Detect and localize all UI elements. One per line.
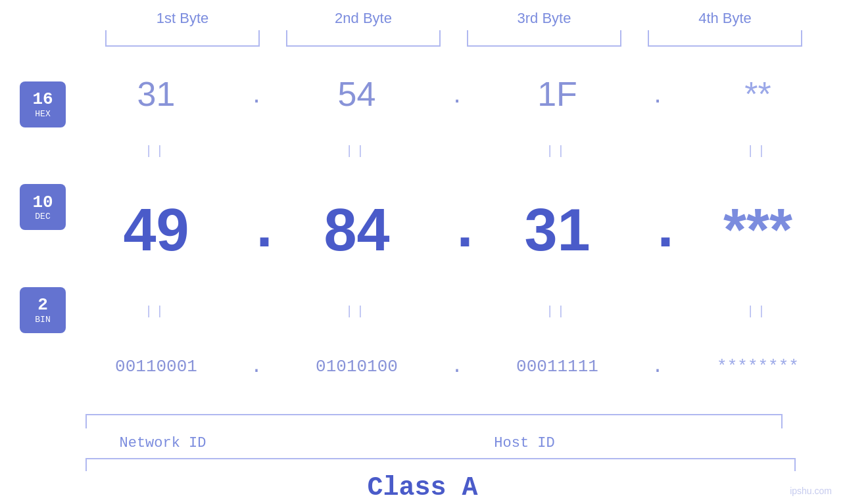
sep1: || xyxy=(66,143,247,157)
bin-byte2-cell: 01010100 xyxy=(266,357,447,377)
hex-byte1-cell: 31 xyxy=(66,74,247,114)
hex-byte4-value: ** xyxy=(744,74,771,114)
dec-byte1-cell: 49 xyxy=(66,196,247,264)
bracket-byte4 xyxy=(635,30,815,47)
bin-row: 00110001 . 01010100 . 00011111 . xyxy=(66,319,845,414)
dec-byte1-value: 49 xyxy=(123,196,189,264)
byte3-header: 3rd Byte xyxy=(454,10,635,27)
host-id-label: Host ID xyxy=(253,435,796,451)
bin-byte3-cell: 00011111 xyxy=(467,357,648,377)
sep4: || xyxy=(667,143,845,157)
hex-badge-label: HEX xyxy=(35,109,50,119)
class-label: Class A xyxy=(367,473,477,503)
hex-badge-number: 16 xyxy=(32,90,53,109)
sep8: || xyxy=(667,304,845,317)
hex-byte3-value: 1F xyxy=(537,74,577,114)
bracket-network xyxy=(72,414,253,428)
bracket-byte2 xyxy=(273,30,454,47)
sep-dec-bin: || || || || xyxy=(66,301,845,319)
sep7: || xyxy=(467,304,648,317)
dec-badge-label: DEC xyxy=(35,212,50,221)
hex-dot2-char: . xyxy=(453,79,460,108)
dec-byte2-cell: 84 xyxy=(266,196,447,264)
values-area: 31 . 54 . 1F . ** xyxy=(66,47,845,414)
bin-badge-number: 2 xyxy=(37,296,48,315)
hex-badge: 16 HEX xyxy=(20,81,66,127)
hex-dot3: . xyxy=(648,79,667,108)
bin-badge-label: BIN xyxy=(35,315,50,325)
bin-dot1-char: . xyxy=(247,355,266,378)
hex-dot3-char: . xyxy=(654,79,661,108)
hex-byte1-value: 31 xyxy=(137,74,176,114)
dec-byte3-value: 31 xyxy=(524,196,590,264)
hex-row: 31 . 54 . 1F . ** xyxy=(66,47,845,141)
dec-badge: 10 DEC xyxy=(20,184,66,230)
dec-byte2-value: 84 xyxy=(324,196,389,264)
bin-brackets xyxy=(72,414,845,428)
byte4-header: 4th Byte xyxy=(635,10,815,27)
pipe2: || xyxy=(346,143,368,157)
bracket-byte3 xyxy=(454,30,635,47)
dec-dot1: . xyxy=(247,201,266,260)
sep5: || xyxy=(66,304,247,317)
dec-dot2-char: . xyxy=(447,201,467,260)
sep3: || xyxy=(467,143,648,157)
top-brackets xyxy=(92,30,845,47)
bin-dot1: . xyxy=(247,355,266,378)
dec-dot3: . xyxy=(648,201,667,260)
pipe4: || xyxy=(747,143,769,157)
bin-byte2-value: 01010100 xyxy=(316,357,398,377)
bin-byte3-value: 00011111 xyxy=(516,357,598,377)
hex-dot1-char: . xyxy=(253,79,260,108)
badges-column: 16 HEX 10 DEC 2 BIN xyxy=(20,47,66,414)
pipe8: || xyxy=(747,304,769,317)
header-row: 1st Byte 2nd Byte 3rd Byte 4th Byte xyxy=(92,0,845,30)
dec-dot2: . xyxy=(447,201,467,260)
class-row: Class A xyxy=(0,471,845,504)
hex-dot1: . xyxy=(247,79,266,108)
bracket-byte1 xyxy=(92,30,273,47)
bin-dot3-char: . xyxy=(648,355,667,378)
hex-byte4-cell: ** xyxy=(667,74,845,114)
id-labels-row: Network ID Host ID xyxy=(72,428,845,458)
content-area: 16 HEX 10 DEC 2 BIN 31 . xyxy=(20,47,845,414)
pipe6: || xyxy=(346,304,368,317)
main-container: 1st Byte 2nd Byte 3rd Byte 4th Byte 16 H… xyxy=(0,0,845,504)
span-bracket xyxy=(72,458,809,471)
span-bracket-right xyxy=(794,458,796,471)
hex-byte3-cell: 1F xyxy=(467,74,648,114)
dec-dot1-char: . xyxy=(247,201,266,260)
sep6: || xyxy=(266,304,447,317)
bin-byte4-cell: ******** xyxy=(667,357,845,377)
hex-dot2: . xyxy=(447,79,467,108)
sep-hex-dec: || || || || xyxy=(66,141,845,160)
pipe3: || xyxy=(546,143,569,157)
dec-row: 49 . 84 . 31 . *** xyxy=(66,160,845,302)
bin-badge: 2 BIN xyxy=(20,287,66,333)
dec-badge-number: 10 xyxy=(32,193,53,212)
dec-dot3-char: . xyxy=(648,201,667,260)
hex-byte2-cell: 54 xyxy=(266,74,447,114)
bin-byte1-cell: 00110001 xyxy=(66,357,247,377)
hex-byte2-value: 54 xyxy=(338,74,376,114)
pipe7: || xyxy=(546,304,569,317)
bin-dot2: . xyxy=(447,355,467,378)
dec-byte3-cell: 31 xyxy=(467,196,648,264)
dec-byte4-cell: *** xyxy=(667,196,845,264)
watermark: ipshu.com xyxy=(790,486,832,496)
pipe1: || xyxy=(145,143,168,157)
bin-byte1-value: 00110001 xyxy=(115,357,197,377)
dec-byte4-value: *** xyxy=(723,196,792,264)
bin-dot3: . xyxy=(648,355,667,378)
pipe5: || xyxy=(145,304,168,317)
bin-dot2-char: . xyxy=(447,355,467,378)
sep2: || xyxy=(266,143,447,157)
byte2-header: 2nd Byte xyxy=(273,10,454,27)
network-id-label: Network ID xyxy=(72,435,253,451)
bin-byte4-value: ******** xyxy=(717,357,799,377)
bracket-host xyxy=(253,414,796,428)
byte1-header: 1st Byte xyxy=(92,10,273,27)
